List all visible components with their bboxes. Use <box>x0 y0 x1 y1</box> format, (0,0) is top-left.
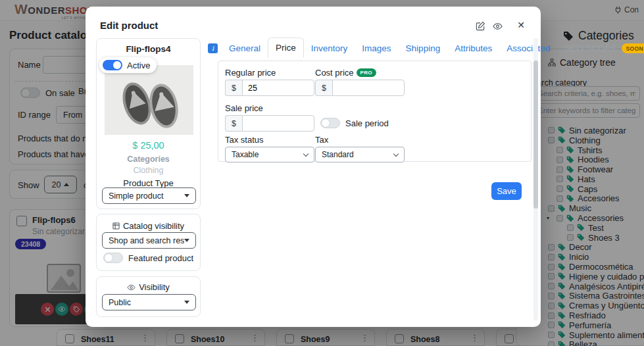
close-icon[interactable]: ✕ <box>517 20 525 30</box>
price-tab-content: Regular price $ Cost pricePRO $ Sale pri… <box>218 61 532 162</box>
cost-price-input[interactable] <box>332 80 405 96</box>
cost-price-label: Cost pricePRO <box>315 68 376 78</box>
app-page: WONDERSHOP. LET'S WONDER IT Con Product … <box>0 0 644 346</box>
regular-price-group: $ <box>225 80 314 96</box>
tab-seo-score: SEO SCORESOON <box>557 39 644 58</box>
catalog-visibility-value: Shop and search results <box>109 236 184 245</box>
eye-icon <box>127 284 136 291</box>
visibility-label: Visibility <box>139 282 170 292</box>
product-summary-card: Flip-flops4 Active <box>96 38 201 209</box>
tax-value: Standard <box>322 150 354 159</box>
currency-prefix: $ <box>225 115 242 132</box>
modal-tabs: i GeneralPriceInventoryImagesShippingAtt… <box>208 38 644 58</box>
tab-attributes[interactable]: Attributes <box>447 39 499 58</box>
currency-prefix: $ <box>225 80 242 96</box>
currency-prefix: $ <box>315 80 332 96</box>
tax-label: Tax <box>315 135 328 145</box>
tax-status-value: Taxable <box>232 150 259 159</box>
grid-icon <box>112 222 120 230</box>
product-image <box>105 65 193 135</box>
catalog-visibility-label: Catalog visibility <box>123 221 184 231</box>
soon-badge: SOON <box>622 43 644 53</box>
regular-price-label: Regular price <box>225 68 276 78</box>
active-toggle[interactable] <box>103 60 122 70</box>
info-tab-icon[interactable]: i <box>208 43 218 53</box>
tax-select[interactable]: Standard <box>315 147 405 162</box>
visibility-value: Public <box>109 298 131 307</box>
tab-shipping[interactable]: Shipping <box>399 39 448 58</box>
tab-inventory[interactable]: Inventory <box>304 39 355 58</box>
sale-price-label: Sale price <box>225 103 263 113</box>
active-toggle-pill[interactable]: Active <box>99 57 157 73</box>
modal-scrollbar-track[interactable] <box>533 38 538 320</box>
edit-product-modal: Edit product ✕ Flip-flops4 Active <box>86 7 541 327</box>
tab-images[interactable]: Images <box>355 39 398 58</box>
preview-eye-icon[interactable] <box>493 22 503 30</box>
regular-price-input[interactable] <box>242 80 314 96</box>
product-price: $ 25,00 <box>97 140 200 151</box>
caret-down-icon <box>184 239 189 242</box>
sale-period-toggle[interactable] <box>320 118 340 128</box>
featured-label: Featured product <box>128 253 193 263</box>
pro-badge: PRO <box>357 68 376 77</box>
product-type-label: Product Type <box>97 178 200 188</box>
visibility-card: Visibility Public <box>96 276 201 317</box>
caret-down-icon <box>184 194 189 197</box>
tab-general[interactable]: General <box>222 39 268 58</box>
catalog-visibility-card: Catalog visibility Shop and search resul… <box>96 214 201 271</box>
sale-period-label: Sale period <box>345 118 389 128</box>
chevron-down-icon <box>393 151 399 156</box>
featured-toggle[interactable] <box>103 253 123 263</box>
categories-label: Categories <box>97 155 200 164</box>
sale-price-group: $ <box>225 115 314 132</box>
active-label: Active <box>127 61 150 70</box>
tab-associated[interactable]: Associated <box>499 39 557 58</box>
visibility-dropdown[interactable]: Public <box>102 294 196 310</box>
tax-status-select[interactable]: Taxable <box>225 147 314 162</box>
modal-title: Edit product <box>100 20 158 31</box>
edit-icon[interactable] <box>476 21 485 31</box>
catalog-visibility-dropdown[interactable]: Shop and search results <box>102 232 196 249</box>
product-type-value: Simple product <box>109 191 163 201</box>
categories-value: Clothing <box>97 166 200 175</box>
chevron-down-icon <box>303 151 309 156</box>
save-button[interactable]: Save <box>491 182 522 200</box>
cost-price-group: $ <box>315 80 405 96</box>
caret-down-icon <box>184 301 189 304</box>
sale-price-input[interactable] <box>242 115 314 132</box>
product-name: Flip-flops4 <box>97 44 200 54</box>
sale-period-row: Sale period <box>320 118 389 128</box>
modal-scrollbar-thumb[interactable] <box>533 61 538 209</box>
tax-status-label: Tax status <box>225 135 264 145</box>
tab-price[interactable]: Price <box>268 37 304 58</box>
product-type-dropdown[interactable]: Simple product <box>102 187 196 204</box>
